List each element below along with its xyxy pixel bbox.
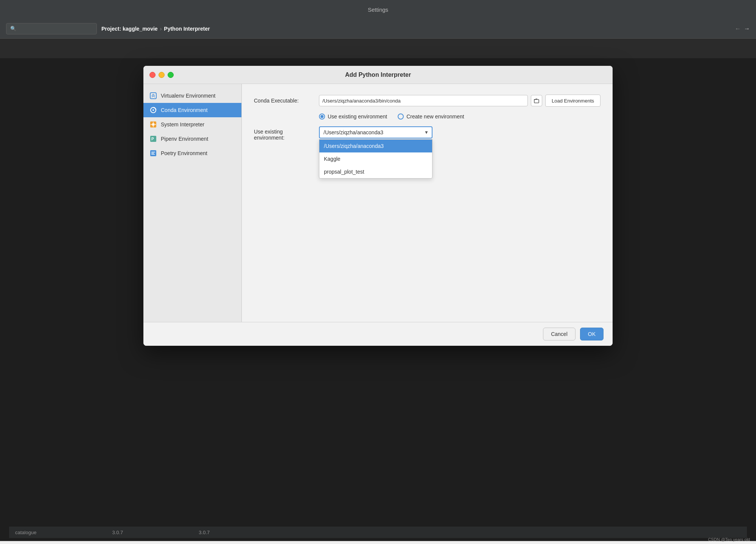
use-existing-radio[interactable] <box>319 113 325 120</box>
project-name: Project: kaggle_movie <box>101 26 158 32</box>
dialog-body: Virtualenv Environment Conda Environme <box>143 84 613 322</box>
dialog-footer: Cancel OK <box>143 322 613 346</box>
minimize-traffic-light[interactable] <box>159 72 165 78</box>
env-item-pipenv[interactable]: P Pipenv Environment <box>143 132 241 146</box>
poetry-icon <box>149 149 157 157</box>
back-arrow[interactable]: ← <box>735 25 741 32</box>
maximize-traffic-light[interactable] <box>168 72 174 78</box>
use-existing-radio-label[interactable]: Use existing environment <box>319 113 387 120</box>
create-new-label: Create new environment <box>406 113 464 120</box>
close-traffic-light[interactable] <box>149 72 156 78</box>
conda-executable-row: Conda Executable: Load Environments <box>254 95 600 107</box>
breadcrumb-separator: › <box>160 26 162 32</box>
breadcrumb: Project: kaggle_movie › Python Interpret… <box>101 26 730 32</box>
use-existing-label: Use existing environment <box>328 113 387 120</box>
env-item-poetry[interactable]: Poetry Environment <box>143 146 241 160</box>
svg-rect-8 <box>534 99 539 103</box>
title-bar: Settings <box>0 0 756 19</box>
svg-point-4 <box>152 123 155 126</box>
dropdown-option-2[interactable]: propsal_plot_test <box>319 165 432 178</box>
search-icon: 🔍 <box>10 26 16 31</box>
forward-arrow[interactable]: → <box>744 25 750 32</box>
use-existing-env-label: Use existing environment: <box>254 129 314 141</box>
env-dropdown-value: /Users/ziqzha/anaconda3 <box>324 129 420 135</box>
env-dropdown-wrapper: /Users/ziqzha/anaconda3 ▼ /Users/ziqzha/… <box>319 126 432 138</box>
ide-body: catalogue 3.0.7 3.0.7 ? Cancel Apply OK <box>0 39 756 544</box>
create-new-radio-label[interactable]: Create new environment <box>398 113 464 120</box>
env-config-panel: Conda Executable: Load Environments <box>242 84 613 322</box>
system-icon <box>149 121 157 128</box>
env-item-system[interactable]: System Interpreter <box>143 117 241 132</box>
env-item-virtualenv[interactable]: Virtualenv Environment <box>143 89 241 103</box>
env-label-pipenv: Pipenv Environment <box>161 136 208 142</box>
nav-bar: 🔍 Project: kaggle_movie › Python Interpr… <box>0 19 756 39</box>
nav-arrows: ← → <box>735 25 750 32</box>
dialog-title: Add Python Interpreter <box>345 71 411 78</box>
dialog-cancel-button[interactable]: Cancel <box>543 328 576 340</box>
conda-executable-label: Conda Executable: <box>254 98 314 104</box>
add-interpreter-dialog: Add Python Interpreter <box>143 66 613 346</box>
browse-conda-button[interactable] <box>531 95 542 106</box>
watermark: CSDN @Ten years old <box>708 537 750 542</box>
conda-executable-input[interactable] <box>319 95 528 106</box>
ide-window: Settings 🔍 Project: kaggle_movie › Pytho… <box>0 0 756 544</box>
env-label-virtualenv: Virtualenv Environment <box>161 93 215 99</box>
dialog-overlay: Add Python Interpreter <box>0 58 756 541</box>
traffic-lights <box>149 72 174 78</box>
svg-point-2 <box>152 109 154 111</box>
dialog-ok-button[interactable]: OK <box>580 328 604 340</box>
pipenv-icon: P <box>149 135 157 143</box>
section-name: Python Interpreter <box>164 26 210 32</box>
env-dropdown-popup: /Users/ziqzha/anaconda3 Kaggle propsal_p… <box>319 139 432 179</box>
virtualenv-icon <box>149 92 157 99</box>
create-new-radio[interactable] <box>398 113 404 120</box>
dialog-titlebar: Add Python Interpreter <box>143 66 613 84</box>
env-label-conda: Conda Environment <box>161 107 208 113</box>
env-label-poetry: Poetry Environment <box>161 150 207 156</box>
conda-icon <box>149 106 157 114</box>
use-existing-env-row: Use existing environment: /Users/ziqzha/… <box>254 126 600 141</box>
bottom-action-bar: ? Cancel Apply OK <box>0 541 756 544</box>
env-list-panel: Virtualenv Environment Conda Environme <box>143 84 242 322</box>
env-dropdown[interactable]: /Users/ziqzha/anaconda3 ▼ <box>319 126 432 138</box>
search-box[interactable]: 🔍 <box>6 23 97 34</box>
dropdown-option-0[interactable]: /Users/ziqzha/anaconda3 <box>319 140 432 152</box>
conda-executable-input-group: Load Environments <box>319 95 600 107</box>
load-environments-button[interactable]: Load Environments <box>545 95 600 107</box>
folder-icon <box>534 98 539 103</box>
window-title: Settings <box>368 6 388 13</box>
dropdown-chevron-icon: ▼ <box>424 130 429 135</box>
svg-text:P: P <box>151 137 154 141</box>
env-label-system: System Interpreter <box>161 121 204 127</box>
env-item-conda[interactable]: Conda Environment <box>143 103 241 117</box>
radio-group: Use existing environment Create new envi… <box>319 113 600 120</box>
dropdown-option-1[interactable]: Kaggle <box>319 152 432 165</box>
